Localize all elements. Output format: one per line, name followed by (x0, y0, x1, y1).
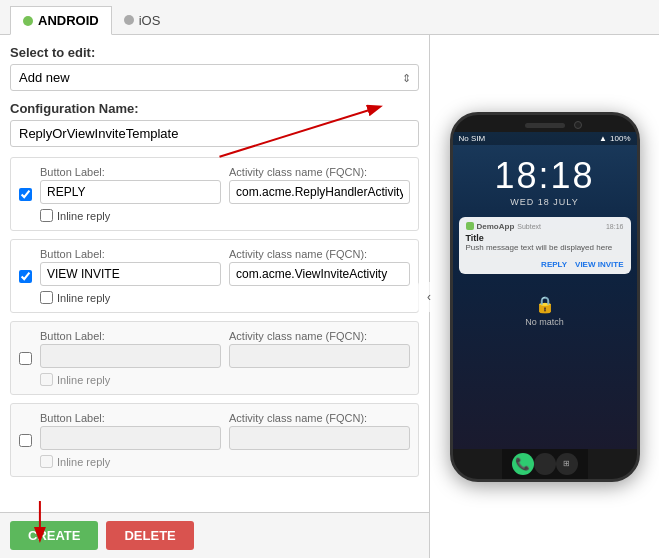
notif-app-name: DemoApp (477, 222, 515, 231)
select-edit-label: Select to edit: (10, 45, 419, 60)
phone-bottom-bar: 📞 ⊞ (502, 449, 588, 479)
row-4-activity-label: Activity class name (FQCN): (229, 412, 410, 424)
notif-actions: REPLYVIEW INVITE (466, 256, 624, 269)
row-4-button-label-label: Button Label: (40, 412, 221, 424)
config-name-input[interactable] (10, 120, 419, 147)
row-2-activity-input[interactable] (229, 262, 410, 286)
button-row-1: Button Label:Activity class name (FQCN):… (10, 157, 419, 231)
row-1-button-label-label: Button Label: (40, 166, 221, 178)
select-edit-wrapper: Add new ⇕ (10, 64, 419, 91)
row-1-inline-reply-label: Inline reply (57, 210, 110, 222)
row-4-inline-reply-checkbox[interactable] (40, 455, 53, 468)
row-3-button-label-label: Button Label: (40, 330, 221, 342)
phone-home-icon (534, 453, 556, 475)
row-3-activity-input[interactable] (229, 344, 410, 368)
tab-android[interactable]: ANDROID (10, 6, 112, 35)
android-dot (23, 16, 33, 26)
row-1-activity-label: Activity class name (FQCN): (229, 166, 410, 178)
row-3-activity-label: Activity class name (FQCN): (229, 330, 410, 342)
status-bar: No SIM ▲ 100% (453, 132, 637, 145)
phone-mockup: No SIM ▲ 100% 18:18 WED 18 JULY (450, 112, 640, 482)
signal-icon: ▲ (599, 134, 607, 143)
notification-card: DemoApp Subtext 18:16 Title Push message… (459, 217, 631, 274)
status-right-group: ▲ 100% (599, 134, 630, 143)
lock-screen-time: 18:18 WED 18 JULY (453, 145, 637, 211)
main-container: Select to edit: Add new ⇕ Configuration … (0, 35, 659, 558)
left-content: Select to edit: Add new ⇕ Configuration … (10, 45, 419, 548)
notif-subtext: Subtext (517, 223, 541, 230)
notif-header: DemoApp Subtext 18:16 (466, 222, 624, 231)
row-4-button-label-input[interactable] (40, 426, 221, 450)
notif-title: Title (466, 233, 624, 243)
lock-icon-area: 🔒 (453, 295, 637, 314)
row-3-button-label-input[interactable] (40, 344, 221, 368)
row-3-checkbox[interactable] (19, 352, 32, 365)
row-3-inline-reply-checkbox[interactable] (40, 373, 53, 386)
row-1-checkbox[interactable] (19, 188, 32, 201)
row-1-inline-reply-checkbox[interactable] (40, 209, 53, 222)
button-row-2: Button Label:Activity class name (FQCN):… (10, 239, 419, 313)
battery-status: 100% (610, 134, 630, 143)
phone-call-icon: 📞 (512, 453, 534, 475)
notif-time: 18:16 (606, 223, 624, 230)
ios-dot (124, 15, 134, 25)
row-1-activity-input[interactable] (229, 180, 410, 204)
delete-button[interactable]: DELETE (106, 521, 193, 550)
button-row-3: Button Label:Activity class name (FQCN):… (10, 321, 419, 395)
row-2-checkbox[interactable] (19, 270, 32, 283)
config-name-label: Configuration Name: (10, 101, 419, 116)
notif-action-reply[interactable]: REPLY (541, 260, 567, 269)
row-4-activity-input[interactable] (229, 426, 410, 450)
status-sim: No SIM (459, 134, 486, 143)
app-container: ANDROID iOS Select to edit: Add new ⇕ Co… (0, 0, 659, 558)
tab-bar: ANDROID iOS (0, 0, 659, 35)
notif-app-info: DemoApp Subtext (466, 222, 542, 231)
left-panel: Select to edit: Add new ⇕ Configuration … (0, 35, 430, 558)
notif-app-dot (466, 222, 474, 230)
row-2-inline-reply-checkbox[interactable] (40, 291, 53, 304)
row-2-inline-reply-label: Inline reply (57, 292, 110, 304)
phone-speaker (525, 123, 565, 128)
row-3-inline-reply-label: Inline reply (57, 374, 110, 386)
button-row-4: Button Label:Activity class name (FQCN):… (10, 403, 419, 477)
right-panel: ‹ No SIM ▲ 100% 18:18 (430, 35, 659, 558)
lock-time: 18:18 (453, 155, 637, 197)
row-4-checkbox[interactable] (19, 434, 32, 447)
notif-action-view-invite[interactable]: VIEW INVITE (575, 260, 623, 269)
notif-body: Push message text will be displayed here (466, 243, 624, 252)
phone-apps-icon: ⊞ (556, 453, 578, 475)
select-edit-input[interactable]: Add new (10, 64, 419, 91)
row-2-activity-label: Activity class name (FQCN): (229, 248, 410, 260)
bottom-bar: CREATE DELETE (0, 512, 430, 558)
row-4-inline-reply-label: Inline reply (57, 456, 110, 468)
no-match-text: No match (453, 317, 637, 327)
tab-ios[interactable]: iOS (112, 7, 173, 34)
row-1-button-label-input[interactable] (40, 180, 221, 204)
phone-screen: No SIM ▲ 100% 18:18 WED 18 JULY (453, 132, 637, 449)
button-rows-container: Button Label:Activity class name (FQCN):… (10, 157, 419, 477)
row-2-button-label-input[interactable] (40, 262, 221, 286)
nav-arrow-left[interactable]: ‹ (418, 282, 440, 312)
row-2-button-label-label: Button Label: (40, 248, 221, 260)
phone-camera (574, 121, 582, 129)
create-button[interactable]: CREATE (10, 521, 98, 550)
lock-date: WED 18 JULY (453, 197, 637, 207)
no-match-area: 🔒 No match (453, 280, 637, 332)
